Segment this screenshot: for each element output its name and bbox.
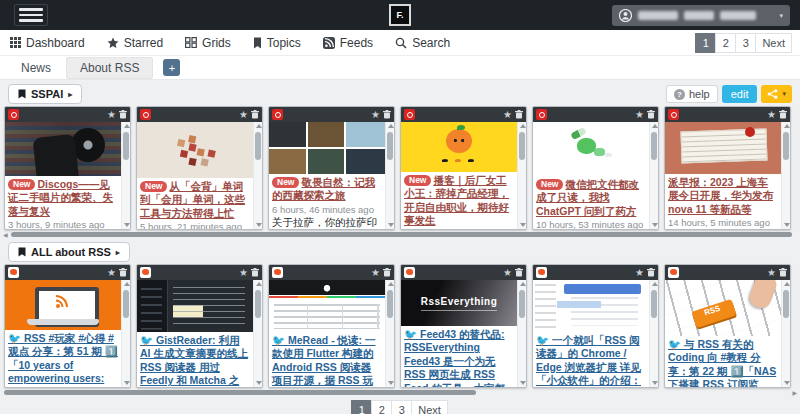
- trash-icon[interactable]: [647, 268, 655, 277]
- user-account-menu[interactable]: ▾: [612, 5, 790, 26]
- card-scrollbar[interactable]: [649, 280, 658, 387]
- page-button-3[interactable]: 3: [391, 400, 412, 414]
- card-scrollbar[interactable]: [781, 122, 790, 229]
- trash-icon[interactable]: [515, 110, 523, 119]
- tab-about-rss[interactable]: About RSS: [66, 57, 153, 79]
- help-button[interactable]: ? help: [666, 85, 718, 103]
- article-title-link[interactable]: 🐦 MeRead - 悦读: 一款使用 Flutter 构建的 Android …: [272, 334, 376, 388]
- add-tab-button[interactable]: +: [163, 59, 180, 76]
- article-title-link[interactable]: 派早报：2023 上海车展今日开展，华为发布 nova 11 等新品等: [668, 176, 773, 215]
- card-scrollbar[interactable]: [253, 122, 262, 229]
- trash-icon[interactable]: [383, 110, 391, 119]
- article-title-link[interactable]: 🐦 一个就叫「RSS 阅读器」的 Chrome / Edge 浏览器扩展 详见「…: [536, 334, 659, 388]
- edit-button[interactable]: edit: [722, 85, 758, 103]
- feed-card[interactable]: ★ 🐦 GistReader: 利用 AI 生成文章摘要的线上 RSS 阅读器 …: [136, 264, 263, 388]
- section-button-sspai[interactable]: SSPAI ▸: [8, 84, 82, 104]
- star-icon[interactable]: ★: [767, 110, 776, 120]
- card-scrollbar[interactable]: [121, 122, 130, 229]
- star-icon[interactable]: ★: [371, 268, 380, 278]
- horizontal-scrollbar[interactable]: ▶: [2, 390, 798, 397]
- hamburger-menu-icon[interactable]: [14, 4, 48, 26]
- trash-icon[interactable]: [779, 268, 787, 277]
- nav-label: Feeds: [340, 36, 373, 50]
- section-title: SSPAI: [31, 88, 63, 100]
- card-scrollbar[interactable]: [517, 280, 526, 387]
- nav-topics[interactable]: Topics: [253, 36, 301, 50]
- trash-icon[interactable]: [119, 110, 127, 119]
- card-scrollbar[interactable]: [781, 280, 790, 387]
- star-icon[interactable]: ★: [503, 268, 512, 278]
- article-title-link[interactable]: 🐦 GistReader: 利用 AI 生成文章摘要的线上 RSS 阅读器 用过…: [140, 334, 248, 388]
- app-logo[interactable]: F.: [389, 4, 411, 26]
- trash-icon[interactable]: [515, 268, 523, 277]
- trash-icon[interactable]: [251, 110, 259, 119]
- star-icon[interactable]: ★: [371, 110, 380, 120]
- page-button-1[interactable]: 1: [351, 400, 372, 414]
- star-icon[interactable]: ★: [767, 268, 776, 278]
- feed-card[interactable]: ★ 🐦 MeRead - 悦读: 一款使用 Flutter 构建的 Androi…: [268, 264, 395, 388]
- card-scrollbar[interactable]: [385, 122, 394, 229]
- scroll-left-icon[interactable]: ◀: [3, 231, 8, 238]
- nav-feeds[interactable]: Feeds: [323, 36, 373, 50]
- bookmark-icon: [18, 89, 26, 99]
- feed-card[interactable]: ★ New敬畏自然：记我的西藏探索之旅 6 hours, 46 minutes …: [268, 106, 395, 230]
- card-scrollbar[interactable]: [649, 122, 658, 229]
- feed-card[interactable]: ★ RSS 🐦 与 RSS 有关的 Coding 向 #教程 分享：第 22 期…: [664, 264, 791, 388]
- tab-news[interactable]: News: [8, 58, 64, 78]
- rss-icon: [323, 37, 335, 49]
- star-icon[interactable]: ★: [107, 268, 116, 278]
- trash-icon[interactable]: [119, 268, 127, 277]
- nav-starred[interactable]: Starred: [107, 36, 163, 50]
- trash-icon[interactable]: [383, 268, 391, 277]
- section-button-all-about-rss[interactable]: ALL about RSS ▸: [8, 242, 130, 262]
- feed-card[interactable]: ★ New播客｜后厂女工小王：辞掉产品经理，开启自由职业，期待好事发生 8 ho…: [400, 106, 527, 230]
- star-icon[interactable]: ★: [635, 268, 644, 278]
- trash-icon[interactable]: [779, 110, 787, 119]
- trash-icon[interactable]: [251, 268, 259, 277]
- feed-card[interactable]: ★ 派早报：2023 上海车展今日开展，华为发布 nova 11 等新品等 14…: [664, 106, 791, 230]
- feed-card[interactable]: ★ New微信把文件都改成了只读，我找 ChatGPT 问到了药方 10 hou…: [532, 106, 659, 230]
- nav-dashboard[interactable]: Dashboard: [10, 36, 85, 50]
- feed-card[interactable]: ★ NewDiscogs——见证二手唱片的繁荣、失落与复兴 3 hours, 9…: [4, 106, 131, 230]
- page-button-2[interactable]: 2: [715, 33, 736, 53]
- card-body: 🐦 一个就叫「RSS 阅读器」的 Chrome / Edge 浏览器扩展 详见「…: [533, 280, 649, 388]
- feed-card[interactable]: ★ 🐦 RSS #玩家 #心得 #观点 分享：第 51 期 1️⃣「10 yea…: [4, 264, 131, 388]
- article-title-link[interactable]: 🐦 Feed43 的替代品: RSSEverything Feed43 是一个为…: [404, 328, 509, 388]
- bookmark-icon: [253, 37, 262, 49]
- feed-card[interactable]: ★ RssEverything 🐦 Feed43 的替代品: RSSEveryt…: [400, 264, 527, 388]
- next-page-button[interactable]: Next: [411, 400, 448, 414]
- card-scrollbar[interactable]: [253, 280, 262, 387]
- share-button[interactable]: ▾: [761, 85, 792, 103]
- star-icon[interactable]: ★: [635, 110, 644, 120]
- card-scrollbar[interactable]: [121, 280, 130, 387]
- card-header: ★: [401, 265, 526, 280]
- redacted-username: [684, 11, 714, 20]
- horizontal-scrollbar[interactable]: ◀: [2, 232, 798, 239]
- card-scrollbar[interactable]: [385, 280, 394, 387]
- star-icon[interactable]: ★: [107, 110, 116, 120]
- feed-card[interactable]: ★ 🐦 一个就叫「RSS 阅读器」的 Chrome / Edge 浏览器扩展 详…: [532, 264, 659, 388]
- card-row-sspai: ★ NewDiscogs——见证二手唱片的繁荣、失落与复兴 3 hours, 9…: [0, 106, 800, 230]
- trash-icon[interactable]: [647, 110, 655, 119]
- nav-grids[interactable]: Grids: [185, 36, 231, 50]
- feed-card[interactable]: ★ New从「会背」单词到「会用」单词，这些工具与方法帮得上忙 5 hours,…: [136, 106, 263, 230]
- scroll-right-icon[interactable]: ▶: [792, 389, 797, 396]
- card-header: ★: [401, 107, 526, 122]
- page-button-1[interactable]: 1: [695, 33, 716, 53]
- bottom-pagination: 1 2 3 Next: [0, 400, 800, 414]
- thumbnail-text: RssEverything: [421, 296, 498, 311]
- card-scrollbar[interactable]: [517, 122, 526, 229]
- next-page-button[interactable]: Next: [755, 33, 792, 53]
- page-button-3[interactable]: 3: [735, 33, 756, 53]
- nav-search[interactable]: Search: [395, 36, 450, 50]
- top-pagination: 1 2 3 Next: [696, 33, 792, 53]
- star-icon[interactable]: ★: [503, 110, 512, 120]
- card-header: ★: [269, 107, 394, 122]
- star-icon[interactable]: ★: [239, 110, 248, 120]
- page-button-2[interactable]: 2: [371, 400, 392, 414]
- article-title-link[interactable]: 🐦 RSS #玩家 #心得 #观点 分享：第 51 期 1️⃣「10 years…: [8, 332, 118, 388]
- article-title-link[interactable]: 🐦 与 RSS 有关的 Coding 向 #教程 分享：第 22 期 1️⃣「N…: [668, 338, 776, 388]
- card-header: ★: [665, 265, 790, 280]
- card-header: ★: [5, 107, 130, 122]
- star-icon[interactable]: ★: [239, 268, 248, 278]
